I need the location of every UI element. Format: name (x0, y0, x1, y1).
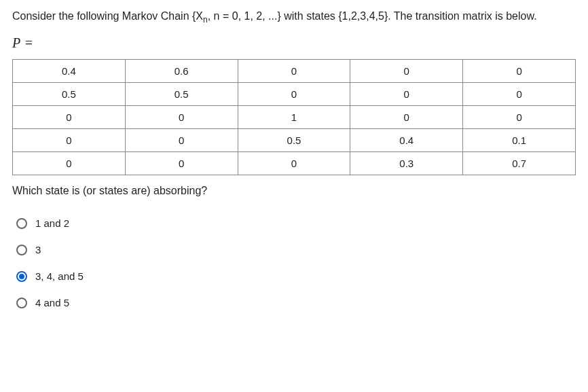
matrix-cell: 0.6 (125, 60, 238, 83)
matrix-cell: 0 (350, 106, 463, 129)
matrix-cell: 0.7 (463, 152, 576, 175)
option-2[interactable]: 3, 4, and 5 (16, 270, 576, 282)
matrix-row: 0000.30.7 (13, 152, 576, 175)
matrix-cell: 0 (463, 60, 576, 83)
matrix-cell: 0 (125, 129, 238, 152)
matrix-cell: 0.5 (13, 83, 126, 106)
answer-options: 1 and 233, 4, and 54 and 5 (12, 217, 576, 308)
matrix-row: 000.50.40.1 (13, 129, 576, 152)
option-0[interactable]: 1 and 2 (16, 217, 576, 229)
matrix-cell: 0.5 (125, 83, 238, 106)
matrix-cell: 0 (125, 152, 238, 175)
matrix-cell: 0.5 (238, 129, 350, 152)
option-label: 4 and 5 (35, 297, 69, 308)
matrix-cell: 0 (238, 83, 350, 106)
option-label: 1 and 2 (35, 217, 69, 229)
radio-icon[interactable] (16, 245, 27, 255)
matrix-cell: 0 (13, 129, 126, 152)
matrix-cell: 0 (125, 106, 238, 129)
option-3[interactable]: 4 and 5 (16, 297, 576, 308)
option-label: 3 (35, 244, 41, 255)
transition-matrix: 0.40.60000.50.500000100000.50.40.10000.3… (12, 59, 576, 175)
matrix-cell: 0 (238, 60, 350, 83)
radio-icon[interactable] (16, 298, 27, 308)
matrix-body: 0.40.60000.50.500000100000.50.40.10000.3… (13, 60, 576, 175)
matrix-cell: 0 (238, 152, 350, 175)
equals-sign: = (25, 35, 33, 50)
matrix-cell: 0.3 (350, 152, 463, 175)
matrix-cell: 0.4 (13, 60, 126, 83)
radio-icon[interactable] (16, 271, 27, 282)
matrix-label: P = (12, 35, 576, 51)
matrix-row: 00100 (13, 106, 576, 129)
radio-icon[interactable] (16, 218, 27, 229)
matrix-cell: 0 (463, 106, 576, 129)
matrix-cell: 0 (13, 106, 126, 129)
matrix-cell: 0 (13, 152, 126, 175)
matrix-row: 0.50.5000 (13, 83, 576, 106)
option-1[interactable]: 3 (16, 244, 576, 255)
question-prompt: Which state is (or states are) absorbing… (12, 185, 576, 197)
p-symbol: P (12, 35, 20, 50)
matrix-row: 0.40.6000 (13, 60, 576, 83)
matrix-cell: 1 (238, 106, 350, 129)
matrix-cell: 0 (463, 83, 576, 106)
matrix-cell: 0 (350, 83, 463, 106)
matrix-cell: 0 (350, 60, 463, 83)
matrix-cell: 0.1 (463, 129, 576, 152)
matrix-cell: 0.4 (350, 129, 463, 152)
option-label: 3, 4, and 5 (35, 270, 84, 282)
question-intro: Consider the following Markov Chain {Xn,… (12, 8, 576, 26)
